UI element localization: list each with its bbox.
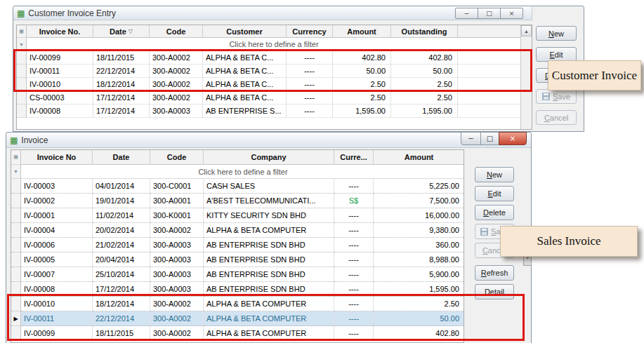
cell: ---- [334, 179, 374, 194]
cell: 1,595.00 [374, 282, 464, 297]
table-row[interactable]: IV-0000817/12/2014300-A0003AB ENTERPRISE… [17, 105, 521, 118]
cell: 300-C0001 [150, 179, 204, 194]
save-button: Save [536, 89, 577, 104]
cell: ---- [334, 326, 374, 341]
window-title: Invoice [21, 135, 48, 145]
table-row[interactable]: IV-0001122/12/2014300-A0002ALPHA & BETA … [17, 65, 521, 78]
cell: ---- [334, 267, 374, 282]
cell: ALPHA & BETA C... [203, 51, 287, 65]
row-indicator [11, 238, 21, 253]
column-header-invoice-no[interactable]: Invoice No [21, 150, 93, 165]
edit-button[interactable]: Edit [475, 186, 514, 201]
close-button[interactable]: × [500, 8, 523, 19]
filter-funnel-icon: ▼ [19, 42, 24, 47]
cancel-button: Cancel [536, 110, 577, 125]
caption-buttons: − □ × [456, 8, 523, 19]
cell: AB ENTERPRISE S... [203, 105, 287, 118]
cell: 19/01/2014 [93, 194, 150, 208]
table-row[interactable]: IV-0009918/11/2015300-A0002ALPHA & BETA … [11, 326, 464, 341]
cell-filler [458, 78, 521, 91]
filter-hint[interactable]: Click here to define a filter [27, 38, 521, 51]
window-title: Customer Invoice Entry [28, 8, 116, 18]
cell: 360.00 [374, 238, 464, 253]
record-selector-icon: ▦ [13, 154, 18, 160]
table-row[interactable]: IV-0000420/02/2014300-A0002ALPHA & BETA … [11, 223, 464, 238]
cell: 8,988.00 [374, 253, 464, 267]
customer-invoice-entry-titlebar[interactable]: ▦ Customer Invoice Entry − □ × [13, 6, 532, 20]
table-row[interactable]: IV-0009918/11/2015300-A0002ALPHA & BETA … [17, 51, 521, 65]
scroll-up-icon[interactable]: ▲ [521, 25, 532, 36]
cell: 5,225.00 [374, 179, 464, 194]
row-indicator [17, 65, 27, 78]
column-header-code[interactable]: Code [150, 25, 203, 38]
cell: 2.50 [374, 297, 464, 311]
cell: 5,900.00 [374, 267, 464, 282]
cell: IV-00099 [27, 51, 93, 65]
cell: IV-00008 [27, 105, 93, 118]
detail-button[interactable]: Detail [475, 284, 514, 300]
cell: 1,595.00 [333, 105, 391, 118]
grid-filter-row[interactable]: ▼Click here to define a filter [17, 38, 521, 51]
desktop-background: { "icons": { "app": "▦", "minimize": "−"… [0, 0, 644, 343]
column-header-filler [458, 25, 521, 38]
table-row[interactable]: IV-0000111/02/2014300-K0001KITTY SECURIT… [11, 208, 464, 223]
column-header-customer[interactable]: Customer [203, 25, 287, 38]
table-row[interactable]: ▶IV-0001122/12/2014300-A0002ALPHA & BETA… [11, 311, 464, 326]
cell: ALPHA & BETA COMPUTER [204, 311, 334, 326]
column-header-currency[interactable]: Currency [287, 25, 333, 38]
filter-hint[interactable]: Click here to define a filter [21, 165, 464, 179]
cell: AB ENTERPRISE SDN BHD [204, 238, 334, 253]
cell: IV-00004 [21, 223, 93, 238]
cell: IV-00005 [21, 253, 93, 267]
cell: IV-00002 [21, 194, 93, 208]
row-indicator [11, 179, 21, 194]
table-row[interactable]: IV-0000219/01/2014300-A0001A'BEST TELECO… [11, 194, 464, 208]
table-row[interactable]: IV-0000520/04/2014300-A0003AB ENTERPRISE… [11, 253, 464, 267]
table-row[interactable]: IV-0001018/12/2014300-A0002ALPHA & BETA … [17, 78, 521, 91]
column-header-date[interactable]: Date▽ [93, 25, 150, 38]
column-header-invoice-no[interactable]: Invoice No. [27, 25, 93, 38]
maximize-button[interactable]: □ [478, 8, 501, 19]
table-row[interactable]: IV-0000304/01/2014300-C0001CASH SALES---… [11, 179, 464, 194]
cell: 22/12/2014 [93, 65, 150, 78]
refresh-button[interactable]: Refresh [475, 265, 514, 281]
cell: 300-A0002 [150, 65, 203, 78]
save-icon [542, 93, 550, 100]
invoice-titlebar[interactable]: ▦ Invoice − □ × [6, 133, 531, 148]
column-header-outstanding[interactable]: Outstanding [391, 25, 458, 38]
table-row[interactable]: CS-0000317/12/2014300-A0002ALPHA & BETA … [17, 91, 521, 105]
table-row[interactable]: IV-0000725/10/2014300-A0003AB ENTERPRISE… [11, 267, 464, 282]
column-header-curre[interactable]: Curre... [334, 150, 374, 165]
table-row[interactable]: IV-0000621/02/2014300-A0003AB ENTERPRISE… [11, 238, 464, 253]
column-header-company[interactable]: Company [204, 150, 334, 165]
close-button[interactable]: × [499, 132, 527, 145]
cell: 402.80 [391, 51, 458, 65]
column-header-code[interactable]: Code [150, 150, 204, 165]
edit-button[interactable]: Edit [536, 47, 577, 62]
cell: 7,500.00 [374, 194, 464, 208]
vertical-scrollbar[interactable]: ▲ [520, 25, 532, 129]
caption-buttons: − □ × [461, 132, 527, 145]
column-header-amount[interactable]: Amount [333, 25, 391, 38]
cell: 300-A0003 [150, 282, 204, 297]
column-header-amount[interactable]: Amount [374, 150, 464, 165]
grid-filter-row[interactable]: ▼Click here to define a filter [11, 165, 464, 179]
table-row[interactable]: IV-0001018/12/2014300-A0002ALPHA & BETA … [11, 297, 464, 311]
cell: AB ENTERPRISE SDN BHD [204, 267, 334, 282]
cell: 2.50 [391, 91, 458, 105]
minimize-button[interactable]: − [455, 8, 478, 19]
minimize-button[interactable]: − [461, 132, 481, 145]
record-selector-header: ▦ [17, 25, 27, 38]
cell: A'BEST TELECOMMUNICATI... [204, 194, 334, 208]
cell: IV-00008 [21, 282, 93, 297]
cell: 16,000.00 [374, 208, 464, 223]
delete-button[interactable]: Delete [475, 205, 514, 220]
customer-invoice-callout: Customer Invoice [548, 60, 641, 90]
cell: ---- [334, 223, 374, 238]
new-button[interactable]: New [475, 167, 514, 182]
table-row[interactable]: IV-0000817/12/2014300-A0003AB ENTERPRISE… [11, 282, 464, 297]
maximize-button[interactable]: □ [480, 132, 499, 145]
cell: 20/02/2014 [93, 223, 150, 238]
new-button[interactable]: New [536, 26, 577, 41]
column-header-date[interactable]: Date [93, 150, 150, 165]
